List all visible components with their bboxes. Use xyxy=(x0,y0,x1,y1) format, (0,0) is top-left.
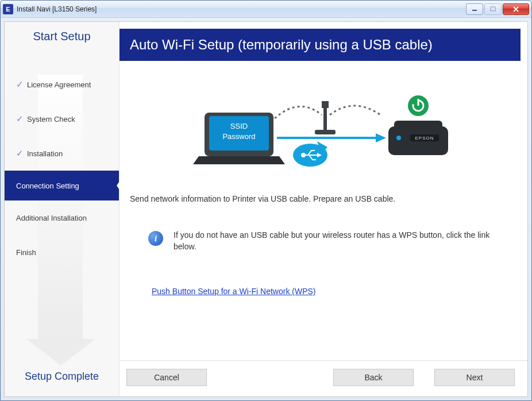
info-text: If you do not have an USB cable but your… xyxy=(174,230,508,252)
svg-rect-8 xyxy=(315,130,336,134)
window-title: Install Navi [L3150 Series] xyxy=(17,5,97,13)
check-icon: ✓ xyxy=(16,79,24,90)
info-row: i If you do not have an USB cable but yo… xyxy=(148,230,508,252)
svg-rect-0 xyxy=(472,10,477,11)
step-label: Finish xyxy=(16,248,36,257)
diagram-svg: SSID Password xyxy=(182,80,457,178)
wifi-arc-left xyxy=(275,106,322,118)
printer-icon: EPSON xyxy=(388,121,448,155)
sidebar-step-connection: Connection Setting xyxy=(5,171,119,200)
maximize-button xyxy=(484,3,502,15)
usb-arrow-icon xyxy=(277,133,386,167)
info-icon: i xyxy=(148,231,163,246)
next-button[interactable]: Next xyxy=(434,369,515,386)
maximize-icon xyxy=(490,6,496,11)
svg-marker-10 xyxy=(376,133,386,142)
svg-rect-17 xyxy=(394,121,442,130)
close-button[interactable] xyxy=(503,3,529,15)
wps-link[interactable]: Push Button Setup for a Wi-Fi Network (W… xyxy=(152,287,316,296)
cancel-button[interactable]: Cancel xyxy=(126,369,207,386)
footer-buttons: Cancel Back Next xyxy=(119,360,527,396)
check-icon: ✓ xyxy=(16,114,24,124)
step-label: Additional Installation xyxy=(16,214,87,222)
minimize-button[interactable] xyxy=(466,3,483,15)
svg-text:Password: Password xyxy=(222,132,255,141)
svg-rect-7 xyxy=(322,101,329,108)
app-icon: E xyxy=(3,4,13,14)
client-area: Start Setup ✓ License Agreement ✓ System… xyxy=(4,21,528,397)
sidebar-complete-label: Setup Complete xyxy=(5,371,119,383)
svg-point-18 xyxy=(396,136,401,140)
content-area: SSID Password xyxy=(119,61,527,360)
sidebar-start-label: Start Setup xyxy=(5,22,119,48)
sidebar-step-installation: ✓ Installation xyxy=(5,136,119,171)
page-title: Auto Wi-Fi Setup (temporarily using a US… xyxy=(119,29,521,61)
progress-arrow-head xyxy=(26,339,95,365)
sidebar: Start Setup ✓ License Agreement ✓ System… xyxy=(5,22,119,396)
svg-rect-1 xyxy=(491,7,495,11)
installer-window: E Install Navi [L3150 Series] Start Setu… xyxy=(0,0,532,401)
step-label: Installation xyxy=(27,149,63,158)
wifi-arc-right xyxy=(330,106,380,115)
svg-text:SSID: SSID xyxy=(230,122,248,130)
step-label: Connection Setting xyxy=(16,182,79,190)
svg-rect-6 xyxy=(323,106,327,131)
instruction-text: Send network information to Printer via … xyxy=(130,194,511,203)
connection-diagram: SSID Password xyxy=(128,69,511,188)
close-icon xyxy=(512,6,519,12)
check-icon: ✓ xyxy=(16,148,24,159)
step-label: System Check xyxy=(27,115,75,124)
minimize-icon xyxy=(472,7,477,11)
titlebar: E Install Navi [L3150 Series] xyxy=(1,1,531,18)
sidebar-step-additional: Additional Installation xyxy=(5,200,119,235)
back-button[interactable]: Back xyxy=(333,369,414,386)
sidebar-step-license: ✓ License Agreement xyxy=(5,67,119,102)
router-icon xyxy=(315,101,336,134)
sidebar-steps: ✓ License Agreement ✓ System Check ✓ Ins… xyxy=(5,67,119,269)
svg-text:EPSON: EPSON xyxy=(415,136,434,141)
main-panel: Auto Wi-Fi Setup (temporarily using a US… xyxy=(119,22,527,396)
sidebar-step-systemcheck: ✓ System Check xyxy=(5,102,119,136)
step-label: License Agreement xyxy=(27,80,91,89)
power-icon xyxy=(408,95,429,116)
laptop-icon: SSID Password xyxy=(193,113,285,164)
sidebar-step-finish: Finish xyxy=(5,235,119,269)
